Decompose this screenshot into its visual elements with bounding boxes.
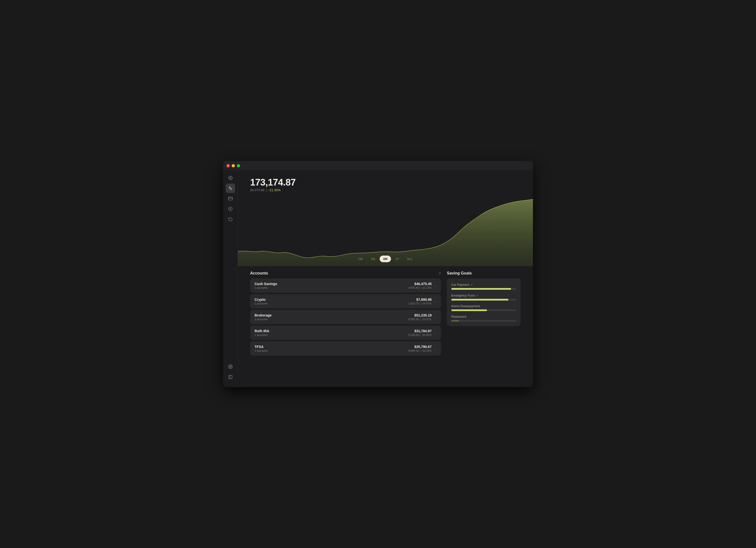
separator: | <box>266 188 267 192</box>
account-name: Brokerage <box>255 313 272 317</box>
accounts-list-icon[interactable]: ≡ <box>439 271 441 275</box>
account-change: 4,875.45 | ↑11.72% <box>408 286 432 289</box>
svg-rect-10 <box>229 375 232 379</box>
sidebar-item-crypto[interactable] <box>226 204 235 214</box>
account-amount: $35,790.67 <box>408 345 432 349</box>
goal-bar-fill <box>451 320 459 322</box>
account-change: 6,528.93 | ↑25.85% <box>408 333 432 336</box>
goal-check-icon: ✓ <box>470 283 473 286</box>
sidebar-item-chart[interactable] <box>226 184 235 193</box>
goal-item: Retirement <box>451 315 516 322</box>
svg-point-9 <box>230 366 231 367</box>
account-row[interactable]: Cash Savings 1 accounts $46,475.45 4,875… <box>250 278 441 293</box>
goals-title: Saving Goals <box>447 271 472 275</box>
account-amount: $46,475.45 <box>408 282 432 286</box>
sidebar-item-card[interactable] <box>226 194 235 203</box>
goal-bar-fill <box>451 309 487 311</box>
sidebar-item-compass[interactable] <box>226 173 235 183</box>
account-row[interactable]: Crypto 1 accounts $7,890.98 1,819.75 | ↑… <box>250 294 441 308</box>
account-amount: $51,235.19 <box>408 313 432 317</box>
goal-item: Car Payment ✓ <box>451 283 516 290</box>
close-button[interactable] <box>227 164 230 167</box>
goal-check-icon: ✓ <box>476 294 479 297</box>
account-name: Roth IRA <box>255 329 269 333</box>
svg-point-1 <box>230 178 231 179</box>
sidebar-toggle-icon[interactable] <box>226 372 235 382</box>
account-sub: 2 accounts <box>255 318 272 321</box>
filter-3m[interactable]: 3M <box>379 256 391 262</box>
goal-bar-track <box>451 309 516 311</box>
chevron-icon: ⌄ <box>434 331 437 334</box>
goals-card: Car Payment ✓ Emergency Fund ✓ <box>447 278 521 326</box>
main-content: 173,174.87 30,470.96 | ↑21.35% <box>238 170 533 387</box>
maximize-button[interactable] <box>237 164 240 167</box>
goal-name: Retirement <box>451 315 466 318</box>
account-row[interactable]: Roth IRA 1 accounts $31,784.97 6,528.93 … <box>250 325 441 340</box>
filter-1m[interactable]: 1M <box>367 256 378 262</box>
title-bar <box>223 161 533 170</box>
chart-header: 173,174.87 30,470.96 | ↑21.35% <box>250 177 296 192</box>
goal-bar-track <box>451 320 516 322</box>
change-amount: 30,470.96 <box>250 188 264 192</box>
account-sub: 1 accounts <box>255 333 269 336</box>
account-sub: 2 accounts <box>255 349 268 352</box>
goals-panel: Saving Goals Car Payment ✓ <box>447 271 521 382</box>
sidebar-item-settings[interactable] <box>226 362 235 371</box>
chart-area: 173,174.87 30,470.96 | ↑21.35% <box>238 170 533 266</box>
svg-rect-6 <box>228 197 232 200</box>
goals-header: Saving Goals <box>447 271 521 275</box>
account-name: Crypto <box>255 297 268 301</box>
filter-all[interactable]: ALL <box>404 256 416 262</box>
accounts-header: Accounts ≡ <box>250 271 441 275</box>
sidebar <box>223 170 238 387</box>
change-percent: ↑21.35% <box>268 188 281 192</box>
minimize-button[interactable] <box>232 164 235 167</box>
account-sub: 1 accounts <box>255 286 277 289</box>
goal-bar-track <box>451 288 516 290</box>
goal-bar-fill <box>451 288 511 290</box>
goal-name: Home Downpayment <box>451 304 480 308</box>
total-change: 30,470.96 | ↑21.35% <box>250 188 296 192</box>
account-row[interactable]: Brokerage 2 accounts $51,235.19 8,563.26… <box>250 310 441 324</box>
account-list: Cash Savings 1 accounts $46,475.45 4,875… <box>250 278 441 355</box>
lower-section: Accounts ≡ Cash Savings 1 accounts $46,4 <box>238 266 533 387</box>
account-amount: $31,784.97 <box>408 329 432 333</box>
goal-name: Emergency Fund <box>451 294 475 297</box>
accounts-title: Accounts <box>250 271 268 275</box>
accounts-panel: Accounts ≡ Cash Savings 1 accounts $46,4 <box>250 271 441 382</box>
chevron-icon: ⌄ <box>434 284 437 287</box>
goal-name: Car Payment <box>451 283 469 286</box>
account-change: 8,563.26 | ↑20.07% <box>408 318 432 321</box>
app-body: 173,174.87 30,470.96 | ↑21.35% <box>223 170 533 387</box>
total-value: 173,174.87 <box>250 177 296 188</box>
filter-1y[interactable]: 1Y <box>392 256 403 262</box>
account-name: Cash Savings <box>255 282 277 286</box>
goal-item: Emergency Fund ✓ <box>451 294 516 300</box>
goal-bar-fill <box>451 299 508 300</box>
account-change: 8,684.10 | ↑32.04% <box>408 349 432 352</box>
chevron-icon: ⌄ <box>434 299 437 303</box>
goal-item: Home Downpayment <box>451 304 516 311</box>
goal-bar-track <box>451 299 516 300</box>
chevron-icon: ⌄ <box>434 347 437 350</box>
time-filters: 1W 1M 3M 1Y ALL <box>355 256 416 262</box>
app-window: 173,174.87 30,470.96 | ↑21.35% <box>223 161 533 387</box>
account-amount: $7,890.98 <box>408 297 432 301</box>
account-name: TFSA <box>255 345 268 349</box>
area-chart <box>238 183 533 266</box>
chevron-icon: ⌄ <box>434 315 437 319</box>
account-sub: 1 accounts <box>255 302 268 305</box>
account-change: 1,819.75 | ↑29.97% <box>408 302 432 305</box>
sidebar-item-history[interactable] <box>226 215 235 224</box>
account-row[interactable]: TFSA 2 accounts $35,790.67 8,684.10 | ↑3… <box>250 341 441 355</box>
filter-1w[interactable]: 1W <box>355 256 366 262</box>
